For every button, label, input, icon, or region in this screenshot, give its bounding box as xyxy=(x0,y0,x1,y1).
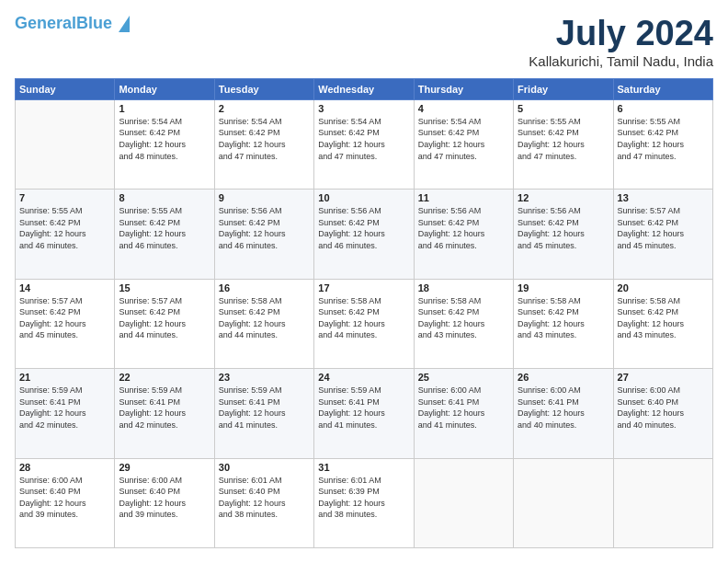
day-info: Sunrise: 5:58 AMSunset: 6:42 PMDaylight:… xyxy=(418,295,509,341)
day-info: Sunrise: 6:00 AMSunset: 6:40 PMDaylight:… xyxy=(119,475,210,521)
day-number: 30 xyxy=(219,462,310,473)
calendar-cell: 8Sunrise: 5:55 AMSunset: 6:42 PMDaylight… xyxy=(115,190,214,279)
logo-text: GeneralBlue xyxy=(15,15,130,33)
day-number: 9 xyxy=(219,192,310,203)
weekday-header-monday: Monday xyxy=(115,78,214,99)
calendar-cell: 27Sunrise: 6:00 AMSunset: 6:40 PMDayligh… xyxy=(613,369,712,458)
day-info: Sunrise: 6:00 AMSunset: 6:40 PMDaylight:… xyxy=(618,385,709,431)
weekday-header-saturday: Saturday xyxy=(613,78,712,99)
calendar-cell: 7Sunrise: 5:55 AMSunset: 6:42 PMDaylight… xyxy=(16,190,115,279)
calendar-cell: 19Sunrise: 5:58 AMSunset: 6:42 PMDayligh… xyxy=(514,279,613,368)
calendar-cell: 6Sunrise: 5:55 AMSunset: 6:42 PMDaylight… xyxy=(613,99,712,189)
day-number: 20 xyxy=(618,282,709,293)
calendar-cell: 4Sunrise: 5:54 AMSunset: 6:42 PMDaylight… xyxy=(414,99,513,189)
calendar-cell: 25Sunrise: 6:00 AMSunset: 6:41 PMDayligh… xyxy=(414,369,513,458)
day-number: 7 xyxy=(19,192,110,203)
day-info: Sunrise: 5:54 AMSunset: 6:42 PMDaylight:… xyxy=(318,116,409,162)
day-info: Sunrise: 5:58 AMSunset: 6:42 PMDaylight:… xyxy=(518,295,609,341)
calendar-cell: 2Sunrise: 5:54 AMSunset: 6:42 PMDaylight… xyxy=(214,99,313,189)
week-row-3: 14Sunrise: 5:57 AMSunset: 6:42 PMDayligh… xyxy=(16,279,713,368)
day-info: Sunrise: 6:01 AMSunset: 6:39 PMDaylight:… xyxy=(318,475,409,521)
day-info: Sunrise: 5:55 AMSunset: 6:42 PMDaylight:… xyxy=(518,116,609,162)
week-row-5: 28Sunrise: 6:00 AMSunset: 6:40 PMDayligh… xyxy=(16,458,713,547)
title-block: July 2024 Kallakurichi, Tamil Nadu, Indi… xyxy=(529,15,713,69)
calendar-cell: 21Sunrise: 5:59 AMSunset: 6:41 PMDayligh… xyxy=(16,369,115,458)
day-number: 10 xyxy=(318,192,409,203)
day-info: Sunrise: 5:56 AMSunset: 6:42 PMDaylight:… xyxy=(219,205,310,251)
weekday-header-tuesday: Tuesday xyxy=(214,78,313,99)
day-info: Sunrise: 5:54 AMSunset: 6:42 PMDaylight:… xyxy=(418,116,509,162)
header: GeneralBlue July 2024 Kallakurichi, Tami… xyxy=(15,15,713,69)
day-info: Sunrise: 5:54 AMSunset: 6:42 PMDaylight:… xyxy=(119,116,210,162)
calendar-cell: 28Sunrise: 6:00 AMSunset: 6:40 PMDayligh… xyxy=(16,458,115,547)
day-number: 24 xyxy=(318,372,409,383)
calendar-cell: 30Sunrise: 6:01 AMSunset: 6:40 PMDayligh… xyxy=(214,458,313,547)
weekday-header-row: SundayMondayTuesdayWednesdayThursdayFrid… xyxy=(16,78,713,99)
calendar-cell: 5Sunrise: 5:55 AMSunset: 6:42 PMDaylight… xyxy=(514,99,613,189)
calendar-cell: 3Sunrise: 5:54 AMSunset: 6:42 PMDaylight… xyxy=(314,99,414,189)
calendar-cell: 1Sunrise: 5:54 AMSunset: 6:42 PMDaylight… xyxy=(115,99,214,189)
calendar-cell: 26Sunrise: 6:00 AMSunset: 6:41 PMDayligh… xyxy=(514,369,613,458)
day-number: 15 xyxy=(119,282,210,293)
calendar-cell: 24Sunrise: 5:59 AMSunset: 6:41 PMDayligh… xyxy=(314,369,414,458)
day-number: 1 xyxy=(119,103,210,114)
day-number: 25 xyxy=(418,372,509,383)
day-info: Sunrise: 5:59 AMSunset: 6:41 PMDaylight:… xyxy=(19,385,110,431)
day-info: Sunrise: 5:58 AMSunset: 6:42 PMDaylight:… xyxy=(219,295,310,341)
calendar-cell: 12Sunrise: 5:56 AMSunset: 6:42 PMDayligh… xyxy=(514,190,613,279)
day-number: 11 xyxy=(418,192,509,203)
logo-blue: Blue xyxy=(76,14,112,32)
day-number: 5 xyxy=(518,103,609,114)
day-info: Sunrise: 5:56 AMSunset: 6:42 PMDaylight:… xyxy=(318,205,409,251)
week-row-4: 21Sunrise: 5:59 AMSunset: 6:41 PMDayligh… xyxy=(16,369,713,458)
day-info: Sunrise: 5:57 AMSunset: 6:42 PMDaylight:… xyxy=(618,205,709,251)
location: Kallakurichi, Tamil Nadu, India xyxy=(529,53,713,69)
day-info: Sunrise: 5:54 AMSunset: 6:42 PMDaylight:… xyxy=(219,116,310,162)
day-number: 16 xyxy=(219,282,310,293)
day-info: Sunrise: 5:55 AMSunset: 6:42 PMDaylight:… xyxy=(618,116,709,162)
day-info: Sunrise: 6:01 AMSunset: 6:40 PMDaylight:… xyxy=(219,475,310,521)
calendar-table: SundayMondayTuesdayWednesdayThursdayFrid… xyxy=(15,78,713,548)
week-row-2: 7Sunrise: 5:55 AMSunset: 6:42 PMDaylight… xyxy=(16,190,713,279)
calendar-cell: 29Sunrise: 6:00 AMSunset: 6:40 PMDayligh… xyxy=(115,458,214,547)
calendar-cell: 16Sunrise: 5:58 AMSunset: 6:42 PMDayligh… xyxy=(214,279,313,368)
day-number: 19 xyxy=(518,282,609,293)
day-info: Sunrise: 6:00 AMSunset: 6:41 PMDaylight:… xyxy=(518,385,609,431)
calendar-cell: 31Sunrise: 6:01 AMSunset: 6:39 PMDayligh… xyxy=(314,458,414,547)
calendar-cell: 13Sunrise: 5:57 AMSunset: 6:42 PMDayligh… xyxy=(613,190,712,279)
day-number: 26 xyxy=(518,372,609,383)
calendar-cell: 11Sunrise: 5:56 AMSunset: 6:42 PMDayligh… xyxy=(414,190,513,279)
calendar-cell xyxy=(16,99,115,189)
day-number: 3 xyxy=(318,103,409,114)
day-number: 31 xyxy=(318,462,409,473)
day-number: 2 xyxy=(219,103,310,114)
logo: GeneralBlue xyxy=(15,15,130,33)
day-number: 23 xyxy=(219,372,310,383)
weekday-header-sunday: Sunday xyxy=(16,78,115,99)
day-number: 8 xyxy=(119,192,210,203)
calendar-cell: 14Sunrise: 5:57 AMSunset: 6:42 PMDayligh… xyxy=(16,279,115,368)
logo-general: General xyxy=(15,14,76,32)
day-info: Sunrise: 6:00 AMSunset: 6:41 PMDaylight:… xyxy=(418,385,509,431)
day-info: Sunrise: 5:57 AMSunset: 6:42 PMDaylight:… xyxy=(119,295,210,341)
day-number: 12 xyxy=(518,192,609,203)
weekday-header-thursday: Thursday xyxy=(414,78,513,99)
page: GeneralBlue July 2024 Kallakurichi, Tami… xyxy=(0,0,728,563)
day-info: Sunrise: 5:58 AMSunset: 6:42 PMDaylight:… xyxy=(318,295,409,341)
day-info: Sunrise: 6:00 AMSunset: 6:40 PMDaylight:… xyxy=(19,475,110,521)
calendar-cell xyxy=(414,458,513,547)
day-number: 6 xyxy=(618,103,709,114)
day-number: 22 xyxy=(119,372,210,383)
day-number: 17 xyxy=(318,282,409,293)
day-number: 4 xyxy=(418,103,509,114)
day-number: 28 xyxy=(19,462,110,473)
calendar-cell: 23Sunrise: 5:59 AMSunset: 6:41 PMDayligh… xyxy=(214,369,313,458)
day-number: 14 xyxy=(19,282,110,293)
calendar-cell: 17Sunrise: 5:58 AMSunset: 6:42 PMDayligh… xyxy=(314,279,414,368)
day-number: 29 xyxy=(119,462,210,473)
day-number: 21 xyxy=(19,372,110,383)
day-info: Sunrise: 5:58 AMSunset: 6:42 PMDaylight:… xyxy=(618,295,709,341)
calendar-cell: 18Sunrise: 5:58 AMSunset: 6:42 PMDayligh… xyxy=(414,279,513,368)
calendar-cell: 9Sunrise: 5:56 AMSunset: 6:42 PMDaylight… xyxy=(214,190,313,279)
calendar-cell xyxy=(613,458,712,547)
